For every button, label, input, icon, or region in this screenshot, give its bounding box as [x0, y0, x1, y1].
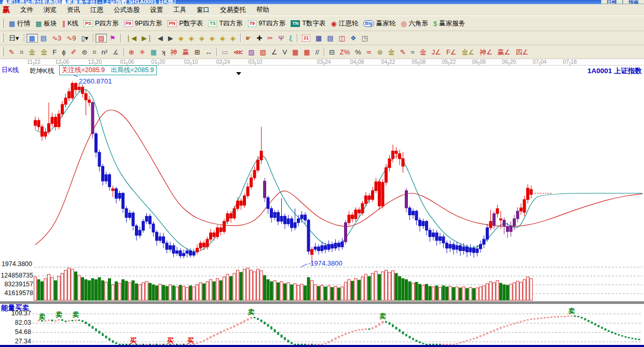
winner-service-button[interactable]: $赢家服务: [431, 18, 468, 29]
menu-item-交易委托[interactable]: 交易委托: [215, 6, 251, 15]
chart-area[interactable]: 11-2212-0612-2001-0601-2002-1002-2403-10…: [0, 59, 644, 347]
si-angle-tool-button[interactable]: 四∠: [513, 48, 531, 57]
red-pencil-tool-button[interactable]: ✎: [398, 48, 408, 57]
kline-button[interactable]: ∥K线: [60, 18, 81, 29]
gold-line-tool-button[interactable]: 金: [386, 48, 398, 57]
wave-3-button[interactable]: ∿3: [49, 34, 64, 43]
color-flag-button[interactable]: ⚑: [107, 34, 118, 43]
gann-fan-box-tool-button[interactable]: ▧: [257, 48, 268, 57]
menu-item-窗口[interactable]: 窗口: [191, 6, 215, 15]
gann-target-tool-button[interactable]: ⊕: [126, 48, 137, 57]
j-angle-tool-button[interactable]: J∠: [429, 48, 444, 57]
calendar-button[interactable]: 21: [299, 34, 313, 43]
gold-angle-tool-button[interactable]: 金∠: [459, 48, 477, 57]
guide-corner-button[interactable]: 指南: [623, 0, 644, 4]
period-corner-button[interactable]: 日线: [601, 0, 623, 4]
box-tool-button[interactable]: ▭: [219, 48, 230, 57]
9t-square-button[interactable]: T99T四方形: [245, 18, 289, 29]
kline-mark-tool-button[interactable]: ʞ: [159, 48, 168, 57]
gann-wheel-button[interactable]: ◉江恩轮: [328, 18, 361, 29]
next-page-button[interactable]: ▶: [166, 34, 176, 43]
pencil-tool-button[interactable]: ✎: [6, 48, 17, 57]
calculator-button[interactable]: ▦: [313, 34, 324, 43]
toolbar-gripper[interactable]: [2, 33, 4, 43]
toolbar-gripper[interactable]: [2, 47, 4, 57]
gann-diamond-5-button[interactable]: ◈: [217, 34, 228, 43]
gann-diamond-3-button[interactable]: ◈: [197, 34, 207, 43]
gann-diamond-2-button[interactable]: ◈: [186, 34, 197, 43]
price-grid-tool-button[interactable]: ⌗: [90, 48, 99, 57]
menu-item-资讯[interactable]: 资讯: [62, 6, 85, 15]
gold-red-tool-button[interactable]: 金: [417, 48, 429, 57]
speed-rays-tool-button[interactable]: ⋘: [231, 48, 246, 57]
notes-button[interactable]: ▤: [324, 34, 336, 43]
menu-item-江恩[interactable]: 江恩: [85, 6, 108, 15]
gold-section-tool-1-button[interactable]: 金: [26, 48, 38, 57]
red-grid-tool-1-button[interactable]: ▦: [290, 48, 301, 57]
ying-angle-tool-button[interactable]: 赢∠: [495, 48, 513, 57]
trendline-angle-tool-button[interactable]: ∠: [269, 48, 280, 57]
gold-circle-tool-button[interactable]: ⊛: [375, 48, 386, 57]
period-day-dropdown-button[interactable]: 日▾: [6, 34, 22, 43]
shen-tool-button[interactable]: 神: [168, 48, 180, 57]
candle-style-dropdown-button[interactable]: ▯▾: [78, 34, 91, 43]
f-angle-tool-button[interactable]: F∠: [444, 48, 459, 57]
gann-circle-tool-button[interactable]: ⊜: [79, 48, 90, 57]
gann-diamond-1-button[interactable]: ◈: [176, 34, 186, 43]
menu-item-公式选股[interactable]: 公式选股: [108, 6, 145, 15]
gold-section-tool-2-button[interactable]: 金: [38, 48, 50, 57]
price-ruler-tool-button[interactable]: ⊞: [191, 48, 202, 57]
t-number-table-button[interactable]: TNT数字表: [288, 18, 328, 29]
save-disk-button[interactable]: ◫: [336, 34, 348, 43]
menu-item-浏览[interactable]: 浏览: [38, 6, 62, 15]
measure-tool-button[interactable]: ✂: [265, 34, 276, 43]
menu-item-帮助[interactable]: 帮助: [251, 6, 275, 15]
menu-item-文件[interactable]: 文件: [15, 6, 38, 15]
ying-tool-button[interactable]: 赢: [180, 48, 191, 57]
p-number-table-button[interactable]: PNP数字表: [165, 18, 205, 29]
info-view-button[interactable]: ▤: [38, 34, 49, 43]
analysis-brain-button[interactable]: ξ: [286, 34, 295, 43]
gann-star-tool-button[interactable]: ✳: [137, 48, 148, 57]
crosshair-tool-button[interactable]: ✚: [254, 34, 265, 43]
region-edit-button[interactable]: ▨: [95, 34, 107, 43]
gann-diamond-6-button[interactable]: ◈: [228, 34, 238, 43]
trend-pencil-tool-button[interactable]: ✐: [68, 48, 79, 57]
last-page-button[interactable]: ▶❘: [139, 34, 155, 43]
gann-grid-tool-button[interactable]: ⌗: [17, 48, 26, 57]
sectors-button[interactable]: ▩板块: [33, 18, 59, 29]
wave-tool-button[interactable]: ≈: [408, 48, 417, 57]
winner-wheel-button[interactable]: Big赢家轮: [361, 18, 398, 29]
print-button[interactable]: ◳: [359, 34, 371, 43]
square-of-nine-tool-button[interactable]: n²: [99, 48, 111, 57]
measure-scale-tool-button[interactable]: ⊟: [326, 48, 337, 57]
zigzag-tool-button[interactable]: V: [280, 48, 290, 57]
hexagon-button[interactable]: ◎六角形: [398, 18, 431, 29]
red-grid-tool-2-button[interactable]: ▦: [301, 48, 312, 57]
percent-tool-button[interactable]: %: [352, 48, 364, 57]
percent-line-tool-button[interactable]: ≂: [364, 48, 375, 57]
spiral-tool-button[interactable]: ϕ: [59, 48, 68, 57]
network-share-button[interactable]: ❖: [348, 34, 359, 43]
menu-item-工具[interactable]: 工具: [168, 6, 191, 15]
panel-divider[interactable]: [0, 301, 644, 304]
fib-tool-button[interactable]: F: [50, 48, 59, 57]
toolbar-gripper[interactable]: [2, 19, 4, 28]
p-square-button[interactable]: PSP四方形: [81, 18, 121, 29]
market-quotes-button[interactable]: ▦行情: [6, 18, 33, 29]
cycle-span-tool-button[interactable]: ↔: [202, 48, 214, 57]
angle-tool-button[interactable]: ∡: [110, 48, 121, 57]
gann-web-tool-button[interactable]: ▦: [148, 48, 159, 57]
menu-item-设置[interactable]: 设置: [145, 6, 168, 15]
shen-angle-tool-button[interactable]: 神∠: [477, 48, 495, 57]
region-view-button[interactable]: ▩: [26, 34, 38, 43]
t-square-button[interactable]: TST四方形: [205, 18, 245, 29]
9p-square-button[interactable]: P99P四方形: [121, 18, 165, 29]
gann-box-tool-button[interactable]: ▨: [245, 48, 257, 57]
percent-z-tool-button[interactable]: Z%: [337, 48, 353, 57]
gann-tool-purple-button[interactable]: Ψ: [276, 34, 286, 43]
hand-tool-button[interactable]: ☛: [243, 34, 254, 43]
prev-page-button[interactable]: ◀: [155, 34, 166, 43]
parallel-lines-tool-button[interactable]: //: [313, 48, 322, 57]
gann-diamond-4-button[interactable]: ◈: [207, 34, 217, 43]
